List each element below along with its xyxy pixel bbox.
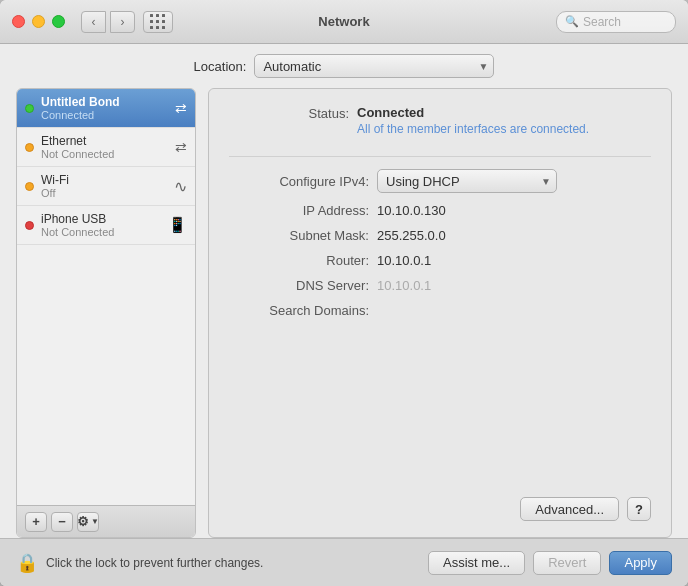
configure-select-wrapper: Using DHCP ▼	[377, 169, 557, 193]
router-row: Router: 10.10.0.1	[229, 253, 651, 268]
item-name-untitled-bond: Untitled Bond	[41, 95, 171, 109]
sidebar: Untitled Bond Connected ⇄ Ethernet Not C…	[16, 88, 196, 538]
sidebar-list: Untitled Bond Connected ⇄ Ethernet Not C…	[17, 89, 195, 505]
subnet-mask-label: Subnet Mask:	[229, 228, 369, 243]
gear-icon: ⚙	[77, 514, 89, 529]
subnet-mask-value: 255.255.0.0	[377, 228, 446, 243]
item-status-wifi: Off	[41, 187, 170, 199]
status-dot-wifi	[25, 182, 34, 191]
detail-footer: Advanced... ?	[229, 497, 651, 521]
sidebar-item-wifi[interactable]: Wi-Fi Off ∿	[17, 167, 195, 206]
divider	[229, 156, 651, 157]
search-domains-label: Search Domains:	[229, 303, 369, 318]
minimize-button[interactable]	[32, 15, 45, 28]
traffic-lights	[12, 15, 65, 28]
configure-label: Configure IPv4:	[229, 174, 369, 189]
item-text-wifi: Wi-Fi Off	[41, 173, 170, 199]
subnet-mask-row: Subnet Mask: 255.255.0.0	[229, 228, 651, 243]
advanced-button[interactable]: Advanced...	[520, 497, 619, 521]
item-status-ethernet: Not Connected	[41, 148, 171, 160]
lock-icon[interactable]: 🔒	[16, 552, 38, 574]
item-status-iphone-usb: Not Connected	[41, 226, 164, 238]
search-icon: 🔍	[565, 15, 579, 28]
status-value: Connected	[357, 105, 589, 120]
help-button[interactable]: ?	[627, 497, 651, 521]
configure-row: Configure IPv4: Using DHCP ▼	[229, 169, 651, 193]
main-content: Untitled Bond Connected ⇄ Ethernet Not C…	[0, 88, 688, 538]
item-text-untitled-bond: Untitled Bond Connected	[41, 95, 171, 121]
item-text-iphone-usb: iPhone USB Not Connected	[41, 212, 164, 238]
close-button[interactable]	[12, 15, 25, 28]
sidebar-item-ethernet[interactable]: Ethernet Not Connected ⇄	[17, 128, 195, 167]
search-placeholder: Search	[583, 15, 621, 29]
apps-grid-icon	[150, 14, 166, 30]
nav-buttons: ‹ ›	[81, 11, 135, 33]
item-name-wifi: Wi-Fi	[41, 173, 170, 187]
network-window: ‹ › Network 🔍 Search Location: Automatic…	[0, 0, 688, 586]
remove-network-button[interactable]: −	[51, 512, 73, 532]
apps-button[interactable]	[143, 11, 173, 33]
location-label: Location:	[194, 59, 247, 74]
spacer	[229, 328, 651, 497]
sidebar-toolbar: + − ⚙ ▼	[17, 505, 195, 537]
item-text-ethernet: Ethernet Not Connected	[41, 134, 171, 160]
forward-button[interactable]: ›	[110, 11, 135, 33]
titlebar: ‹ › Network 🔍 Search	[0, 0, 688, 44]
detail-panel: Status: Connected All of the member inte…	[208, 88, 672, 538]
ip-address-value: 10.10.0.130	[377, 203, 446, 218]
dns-server-value: 10.10.0.1	[377, 278, 431, 293]
arrows-icon-untitled-bond: ⇄	[175, 100, 187, 116]
status-dot-iphone-usb	[25, 221, 34, 230]
status-dot-ethernet	[25, 143, 34, 152]
arrows-icon-ethernet: ⇄	[175, 139, 187, 155]
bottom-bar: 🔒 Click the lock to prevent further chan…	[0, 538, 688, 586]
item-status-untitled-bond: Connected	[41, 109, 171, 121]
item-name-iphone-usb: iPhone USB	[41, 212, 164, 226]
ip-address-label: IP Address:	[229, 203, 369, 218]
status-label: Status:	[229, 105, 349, 121]
window-title: Network	[318, 14, 369, 29]
router-label: Router:	[229, 253, 369, 268]
location-select[interactable]: Automatic	[254, 54, 494, 78]
search-box[interactable]: 🔍 Search	[556, 11, 676, 33]
status-row: Status: Connected All of the member inte…	[229, 105, 651, 136]
status-description: All of the member interfaces are connect…	[357, 122, 589, 136]
search-domains-row: Search Domains:	[229, 303, 651, 318]
maximize-button[interactable]	[52, 15, 65, 28]
gear-dropdown-arrow-icon: ▼	[91, 517, 99, 526]
item-name-ethernet: Ethernet	[41, 134, 171, 148]
status-dot-untitled-bond	[25, 104, 34, 113]
assist-me-button[interactable]: Assist me...	[428, 551, 525, 575]
ip-address-row: IP Address: 10.10.0.130	[229, 203, 651, 218]
sidebar-item-untitled-bond[interactable]: Untitled Bond Connected ⇄	[17, 89, 195, 128]
location-bar: Location: Automatic ▼	[0, 44, 688, 88]
iphone-icon: 📱	[168, 216, 187, 234]
apply-button[interactable]: Apply	[609, 551, 672, 575]
revert-button[interactable]: Revert	[533, 551, 601, 575]
lock-text: Click the lock to prevent further change…	[46, 556, 420, 570]
location-select-wrapper: Automatic ▼	[254, 54, 494, 78]
add-network-button[interactable]: +	[25, 512, 47, 532]
wifi-icon: ∿	[174, 177, 187, 196]
dns-server-row: DNS Server: 10.10.0.1	[229, 278, 651, 293]
gear-button[interactable]: ⚙ ▼	[77, 512, 99, 532]
back-button[interactable]: ‹	[81, 11, 106, 33]
router-value: 10.10.0.1	[377, 253, 431, 268]
dns-server-label: DNS Server:	[229, 278, 369, 293]
configure-select[interactable]: Using DHCP	[377, 169, 557, 193]
sidebar-item-iphone-usb[interactable]: iPhone USB Not Connected 📱	[17, 206, 195, 245]
status-content: Connected All of the member interfaces a…	[357, 105, 589, 136]
